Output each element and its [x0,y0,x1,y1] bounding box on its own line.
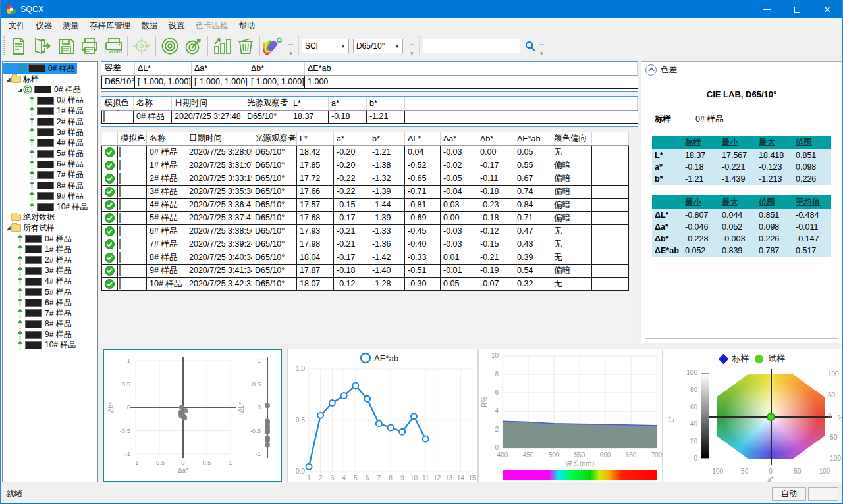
column-header[interactable]: 模拟色 [118,132,147,145]
tolerance-cell[interactable]: [-1.000, 1.000] [135,75,192,88]
toolbar-overflow-icon[interactable]: ▔▾ [539,45,544,56]
sample-row[interactable]: 5# 样品2020/7/25 3:37:41D65/10°17.68-0.17-… [102,211,629,224]
sample-row[interactable]: 4# 样品2020/7/25 3:36:41D65/10°17.57-0.15-… [102,198,629,211]
tree-item-sample[interactable]: 7# 样品 [3,170,97,180]
tree-item-sample[interactable]: 9# 样品 [3,191,97,201]
sample-row[interactable]: 3# 样品2020/7/25 3:35:30D65/10°17.66-0.22-… [102,185,629,198]
tree-item-sample[interactable]: 4# 样品 [3,138,97,148]
menu-item-instrument[interactable]: 仪器 [30,18,57,34]
delta-ab-scatter-panel[interactable]: -1-1-0.5-0.5000.50.511Δb*Δa*-1-0.500.51Δ… [103,349,282,482]
column-header[interactable]: 容差 [102,62,135,75]
new-document-icon[interactable] [7,35,30,57]
calibration-icon[interactable] [158,35,182,57]
column-header[interactable]: 名称 [134,97,172,110]
column-header[interactable]: ΔL* [135,62,192,75]
tree-item-sample[interactable]: 5# 样品 [3,149,97,159]
sample-row[interactable]: 10# 样品2020/7/25 3:42:32D65/10°18.07-0.12… [102,277,629,290]
tree-item-sample[interactable]: 5# 样品 [3,287,97,297]
toolbar-grip[interactable] [2,36,5,56]
tree-item-sample[interactable]: 2# 样品 [3,116,97,127]
sample-row[interactable]: 8# 样品2020/7/25 3:40:34D65/10°18.04-0.17-… [102,251,629,264]
tree-item-sample[interactable]: 6# 样品 [3,159,97,170]
tolerance-cell[interactable]: D65/10° [102,75,135,88]
sample-row[interactable]: 1# 样品2020/7/25 3:31:07D65/10°17.85-0.20-… [102,159,629,172]
menu-item-color-card-match[interactable]: 色卡匹检 [190,18,234,34]
tree-item-sample[interactable]: 1# 样品 [3,244,97,255]
menu-item-help[interactable]: 帮助 [234,18,261,34]
tree-item-current-standard[interactable]: 0# 样品 [3,63,97,74]
tree-folder-absolute-data[interactable]: 绝对数据 [3,213,97,223]
tree-item-sample[interactable]: 7# 样品 [3,308,97,318]
print-icon[interactable] [78,35,101,57]
delta-e-trend-panel[interactable]: ΔE*ab0.00.51.0123456789101112131415 [287,349,478,482]
column-header[interactable]: 日期时间 [186,132,252,145]
column-header[interactable]: Δa* [441,132,477,145]
toolbar-grip[interactable] [418,36,422,56]
tree-item-sample[interactable]: 2# 样品 [3,255,97,265]
sample-row[interactable]: 9# 样品2020/7/25 3:41:34D65/10°17.87-0.18-… [102,264,629,277]
close-button[interactable]: ✕ [812,0,842,18]
column-header[interactable]: b* [369,132,405,145]
menu-item-measure[interactable]: 测量 [57,18,84,34]
tree-item-sample[interactable]: 1# 样品 [3,106,97,116]
maximize-button[interactable] [782,0,812,18]
column-header[interactable]: 日期时间 [172,97,244,110]
column-header[interactable]: Δb* [248,62,305,75]
sample-row[interactable]: 7# 样品2020/7/25 3:39:24D65/10°17.98-0.21-… [102,238,629,251]
statistics-icon[interactable] [210,35,234,57]
column-header[interactable]: a* [329,97,367,110]
menu-item-sample-library[interactable]: 存样库管理 [84,18,136,34]
menu-item-file[interactable]: 文件 [3,18,30,34]
column-header[interactable]: ΔL* [405,132,441,145]
sample-row[interactable]: 6# 样品2020/7/25 3:38:50D65/10°17.93-0.21-… [102,224,629,238]
tolerance-cell[interactable]: [-1.000, 1.000] [248,75,305,88]
sample-row[interactable]: 0# 样品2020/7/25 3:28:09D65/10°18.42-0.20-… [102,145,629,159]
tree-item-standard[interactable]: ◢0# 样品 [3,84,97,95]
tree-item-sample[interactable]: 10# 样品 [3,201,97,212]
column-header[interactable]: Δa* [192,62,248,75]
spectral-reflectance-panel[interactable]: 0246810400450500550600650700R%波长(nm) [478,349,663,482]
toolbar-grip[interactable] [297,36,300,56]
tree-item-sample[interactable]: 3# 样品 [3,127,97,138]
standard-row[interactable]: 0# 样品2020/7/25 3:27:48D65/10°18.37-0.18-… [102,110,638,123]
tree-item-sample[interactable]: 9# 样品 [3,330,97,340]
tree-item-sample[interactable]: 0# 样品 [3,234,97,244]
save-icon[interactable] [54,35,78,57]
column-header[interactable]: ΔE*ab [514,132,551,145]
column-header[interactable]: L* [290,97,329,110]
tree-item-sample[interactable]: 6# 样品 [3,297,97,308]
menu-item-data[interactable]: 数据 [136,18,163,34]
tree-item-sample[interactable]: 4# 样品 [3,276,97,287]
column-header[interactable]: 光源观察者 [252,132,297,145]
toolbar-overflow-icon[interactable]: ▔▾ [288,45,293,56]
auto-mode-button[interactable]: 自动 [772,487,806,501]
tree-folder-standards[interactable]: ◢标样 [3,74,97,84]
tree-item-sample[interactable]: 8# 样品 [3,319,97,330]
measure-target-icon[interactable] [182,35,205,57]
minimize-button[interactable] [751,0,782,18]
export-icon[interactable] [30,35,54,57]
tree-folder-all-samples[interactable]: ◢所有试样 [3,223,97,234]
column-header[interactable]: ΔE*ab [305,62,335,75]
column-header[interactable]: b* [367,97,405,110]
menu-item-settings[interactable]: 设置 [163,18,190,34]
column-header[interactable]: 名称 [147,132,186,145]
column-header[interactable]: 颜色偏向 [551,132,592,145]
column-header[interactable]: 模拟色 [102,97,134,110]
delete-icon[interactable] [234,35,258,57]
tree-expand-icon[interactable]: ◢ [17,87,23,93]
search-icon[interactable] [524,39,537,53]
tree-item-sample[interactable]: 10# 样品 [3,340,97,351]
column-header[interactable]: Δb* [477,132,514,145]
tree-item-sample[interactable]: 3# 样品 [3,266,97,276]
tree-expand-icon[interactable]: ◢ [5,225,11,231]
mode-combobox[interactable]: SCI ▼ [302,39,349,53]
column-header[interactable]: 光源观察者 [244,97,290,110]
illuminant-combobox[interactable]: D65/10° ▼ [353,39,403,53]
tolerance-cell[interactable]: [-1.000, 1.000] [192,75,248,88]
column-header[interactable]: a* [334,132,369,145]
sample-row[interactable]: 2# 样品2020/7/25 3:33:15D65/10°17.72-0.22-… [102,172,629,185]
lab-gamut-panel[interactable]: 标样试样100806040200L*-100-50050100a*100500-… [663,349,842,482]
tree-item-sample[interactable]: 8# 样品 [3,180,97,191]
tolerance-cell[interactable]: 1.000 [305,75,335,88]
